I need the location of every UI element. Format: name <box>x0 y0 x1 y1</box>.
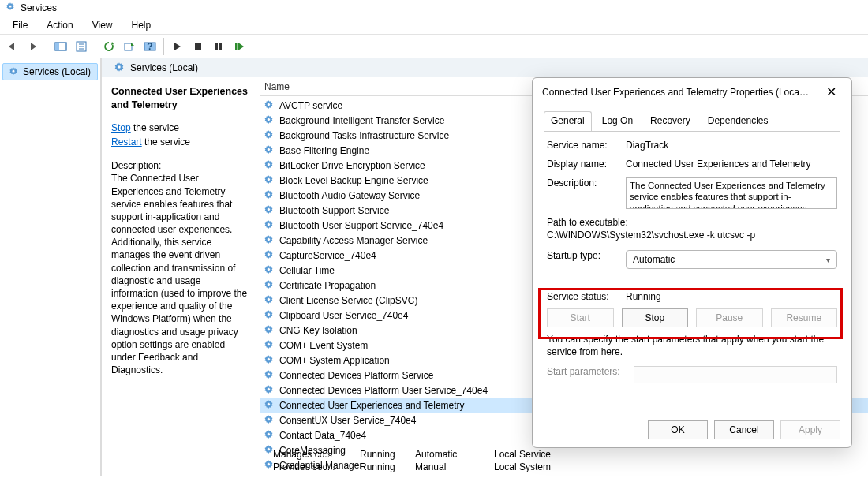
apply-button: Apply <box>780 420 840 439</box>
menu-file[interactable]: File <box>5 18 36 32</box>
menu-action[interactable]: Action <box>39 18 80 32</box>
description-text[interactable]: The Connected User Experiences and Telem… <box>626 177 837 209</box>
ok-button[interactable]: OK <box>648 420 708 439</box>
service-name: Certificate Propagation <box>279 280 376 291</box>
tree-item-services-local[interactable]: Services (Local) <box>2 63 98 80</box>
path-value: C:\WINDOWS\System32\svchost.exe -k utcsv… <box>547 230 837 241</box>
dialog-titlebar[interactable]: Connected User Experiences and Telemetry… <box>533 78 851 106</box>
svg-text:?: ? <box>147 41 152 52</box>
service-name: Bluetooth User Support Service_740e4 <box>279 220 443 231</box>
svg-rect-7 <box>125 43 132 50</box>
service-name: Client License Service (ClipSVC) <box>279 295 417 306</box>
service-name: Contact Data_740e4 <box>279 430 366 441</box>
service-name: Block Level Backup Engine Service <box>279 175 428 186</box>
right-pane-header: Services (Local) <box>102 58 868 77</box>
service-name: COM+ System Application <box>279 355 390 366</box>
toolbar-export-icon[interactable] <box>120 37 139 56</box>
service-name: Clipboard User Service_740e4 <box>279 310 408 321</box>
start-params-input <box>634 366 837 383</box>
service-name: Connected User Experiences and Telemetry <box>279 400 465 411</box>
tab-dependencies[interactable]: Dependencies <box>701 111 776 131</box>
startup-type-select[interactable]: Automatic ▾ <box>626 250 837 269</box>
description-heading: Description: <box>111 159 250 172</box>
window-titlebar: Services <box>0 0 868 16</box>
service-name: Background Intelligent Transfer Service <box>279 115 444 126</box>
restart-link-suffix: the service <box>142 136 190 148</box>
stop-link[interactable]: Stop <box>111 122 131 133</box>
path-label: Path to executable: <box>547 217 837 228</box>
display-name-label: Display name: <box>547 159 618 170</box>
toolbar-pause-icon[interactable] <box>209 37 228 56</box>
svg-rect-2 <box>55 43 59 50</box>
service-name: ConsentUX User Service_740e4 <box>279 415 416 426</box>
service-name: Bluetooth Audio Gateway Service <box>279 190 420 201</box>
service-name: Bluetooth Support Service <box>279 205 389 216</box>
toolbar: ? <box>0 35 868 58</box>
start-button: Start <box>547 308 614 327</box>
service-status-value: Running <box>626 291 837 302</box>
menu-view[interactable]: View <box>84 18 121 32</box>
service-name: Capability Access Manager Service <box>279 235 428 246</box>
toolbar-start-icon[interactable] <box>168 37 187 56</box>
list-header-name: Name <box>264 81 290 92</box>
toolbar-help-icon[interactable]: ? <box>140 37 159 56</box>
tab-recovery[interactable]: Recovery <box>643 111 698 131</box>
service-name: Connected Devices Platform User Service_… <box>279 385 488 396</box>
stop-button[interactable]: Stop <box>622 308 689 327</box>
close-icon[interactable]: ✕ <box>820 81 842 103</box>
tab-logon[interactable]: Log On <box>595 111 640 131</box>
svg-rect-13 <box>235 43 238 50</box>
service-status-label: Service status: <box>547 291 618 302</box>
dialog-tabs: General Log On Recovery Dependencies <box>533 106 851 131</box>
start-params-label: Start parameters: <box>547 366 626 377</box>
restart-link[interactable]: Restart <box>111 136 142 148</box>
toolbar-stop-icon[interactable] <box>189 37 208 56</box>
service-name-label: Service name: <box>547 140 618 151</box>
service-name: CaptureService_740e4 <box>279 250 376 261</box>
resume-button: Resume <box>771 308 838 327</box>
left-tree-pane: Services (Local) <box>0 58 101 476</box>
stop-link-suffix: the service <box>131 122 179 133</box>
service-name: AVCTP service <box>279 100 342 111</box>
service-name: Background Tasks Infrastructure Service <box>279 130 449 141</box>
toolbar-properties-icon[interactable] <box>72 37 91 56</box>
startup-type-value: Automatic <box>633 254 675 265</box>
svg-rect-12 <box>219 43 222 50</box>
window-title: Services <box>21 2 57 13</box>
tab-general[interactable]: General <box>544 111 592 131</box>
tree-item-label: Services (Local) <box>23 66 91 77</box>
right-header-label: Services (Local) <box>130 62 198 73</box>
service-name: Base Filtering Engine <box>279 145 369 156</box>
service-name: CNG Key Isolation <box>279 325 357 336</box>
svg-rect-11 <box>215 43 218 50</box>
service-name-value: DiagTrack <box>626 140 837 151</box>
service-name: COM+ Event System <box>279 340 368 351</box>
cancel-button[interactable]: Cancel <box>714 420 774 439</box>
chevron-down-icon: ▾ <box>826 256 830 264</box>
menu-bar: File Action View Help <box>0 16 868 35</box>
extended-detail-column: Connected User Experiences and Telemetry… <box>102 77 260 476</box>
start-params-hint: You can specify the start parameters tha… <box>547 334 837 358</box>
service-name: Credential Manager <box>279 460 362 471</box>
toolbar-restart-icon[interactable] <box>230 37 249 56</box>
forward-button[interactable] <box>24 37 43 56</box>
service-name: Connected Devices Platform Service <box>279 370 433 381</box>
service-name: Cellular Time <box>279 265 335 276</box>
description-body: The Connected User Experiences and Telem… <box>111 172 250 376</box>
back-button[interactable] <box>3 37 22 56</box>
description-label: Description: <box>547 177 618 189</box>
service-name: BitLocker Drive Encryption Service <box>279 160 425 171</box>
dialog-title: Connected User Experiences and Telemetry… <box>542 87 810 98</box>
selected-service-title: Connected User Experiences and Telemetry <box>111 85 250 112</box>
toolbar-show-hide-icon[interactable] <box>51 37 70 56</box>
pause-button: Pause <box>696 308 763 327</box>
service-row[interactable]: Credential Manager <box>260 457 868 472</box>
service-name: CoreMessaging <box>279 445 346 456</box>
menu-help[interactable]: Help <box>124 18 159 32</box>
properties-dialog: Connected User Experiences and Telemetry… <box>532 77 852 448</box>
svg-rect-10 <box>195 43 201 50</box>
toolbar-refresh-icon[interactable] <box>99 37 118 56</box>
app-icon <box>5 2 16 15</box>
startup-type-label: Startup type: <box>547 250 618 261</box>
display-name-value: Connected User Experiences and Telemetry <box>626 159 837 170</box>
